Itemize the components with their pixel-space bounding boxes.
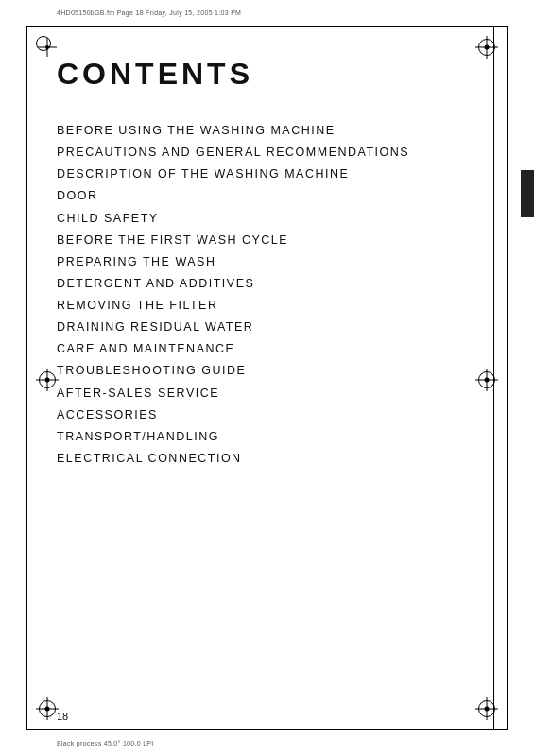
toc-item: BEFORE THE FIRST WASH CYCLE <box>57 230 468 251</box>
main-content: CONTENTS BEFORE USING THE WASHING MACHIN… <box>57 57 468 470</box>
toc-item: PREPARING THE WASH <box>57 251 468 273</box>
page-title: CONTENTS <box>57 57 468 92</box>
reg-mark-mid-left <box>36 369 59 391</box>
toc-item: DETERGENT AND ADDITIVES <box>57 273 468 295</box>
header-info: 4HD05150bGB.fm Page 18 Friday, July 15, … <box>57 9 241 16</box>
page-number: 18 <box>57 711 68 722</box>
footer-info: Black process 45.0° 100.0 LPI <box>57 740 154 747</box>
reg-mark-bot-right <box>475 697 498 720</box>
right-tab <box>521 170 534 217</box>
border-right <box>507 26 508 730</box>
toc-item: CARE AND MAINTENANCE <box>57 338 468 360</box>
toc-item: PRECAUTIONS AND GENERAL RECOMMENDATIONS <box>57 142 468 163</box>
border-bottom <box>26 729 508 730</box>
toc-item: BEFORE USING THE WASHING MACHINE <box>57 120 468 142</box>
page: 4HD05150bGB.fm Page 18 Friday, July 15, … <box>0 0 534 756</box>
toc-item: DRAINING RESIDUAL WATER <box>57 317 468 338</box>
toc-item: AFTER-SALES SERVICE <box>57 383 468 404</box>
toc-item: DOOR <box>57 185 468 207</box>
toc-item: CHILD SAFETY <box>57 208 468 230</box>
toc-item: TRANSPORT/HANDLING <box>57 426 468 448</box>
toc-item: TROUBLESHOOTING GUIDE <box>57 360 468 382</box>
border-left <box>26 26 27 730</box>
toc-item: REMOVING THE FILTER <box>57 295 468 317</box>
reg-mark-top-left <box>36 36 59 59</box>
reg-mark-mid-right <box>475 369 498 391</box>
reg-mark-top-right <box>475 36 498 59</box>
toc-item: ACCESSORIES <box>57 404 468 426</box>
toc-list: BEFORE USING THE WASHING MACHINEPRECAUTI… <box>57 120 468 470</box>
toc-item: ELECTRICAL CONNECTION <box>57 448 468 470</box>
border-top <box>26 26 508 27</box>
reg-mark-bot-left <box>36 697 59 720</box>
toc-item: DESCRIPTION OF THE WASHING MACHINE <box>57 163 468 185</box>
